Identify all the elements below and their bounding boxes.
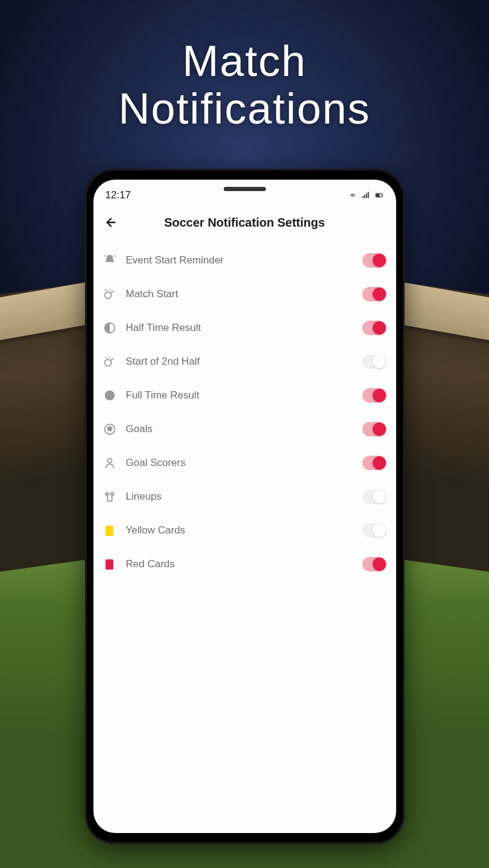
svg-point-11 xyxy=(104,391,115,401)
toggle-knob xyxy=(373,456,386,470)
toggle-knob xyxy=(373,321,386,335)
svg-rect-0 xyxy=(362,196,364,198)
jersey-icon xyxy=(103,490,116,503)
settings-list: Event Start ReminderMatch StartHalf Time… xyxy=(93,244,396,581)
whistle-icon xyxy=(103,288,116,301)
setting-label: Red Cards xyxy=(126,558,353,570)
setting-row-event-start-reminder: Event Start Reminder xyxy=(102,244,388,277)
svg-marker-13 xyxy=(107,426,112,430)
setting-label: Match Start xyxy=(126,288,353,300)
setting-label: Goal Scorers xyxy=(126,457,353,469)
setting-row-full-time-result: Full Time Result xyxy=(102,379,388,412)
statusbar-icons xyxy=(348,191,384,200)
battery-icon xyxy=(374,191,384,200)
toggle-red-cards[interactable] xyxy=(362,557,386,571)
red-card-icon xyxy=(103,558,116,571)
setting-label: Yellow Cards xyxy=(126,524,353,536)
toggle-knob xyxy=(373,389,386,402)
yellow-card-icon xyxy=(103,524,116,537)
svg-rect-3 xyxy=(367,192,368,198)
toggle-knob xyxy=(373,423,386,436)
setting-row-lineups: Lineups xyxy=(102,480,388,514)
appbar-title: Soccer Notification Settings xyxy=(120,216,388,230)
phone-screen: 12:17 Soccer Notification Settings Event… xyxy=(93,180,396,833)
toggle-start-2nd-half[interactable] xyxy=(362,354,386,369)
setting-label: Goals xyxy=(126,423,353,435)
toggle-knob xyxy=(373,288,386,301)
toggle-match-start[interactable] xyxy=(362,287,386,301)
svg-point-14 xyxy=(107,459,112,463)
toggle-half-time-result[interactable] xyxy=(362,321,386,335)
promo-headline-line2: Notifications xyxy=(0,85,489,133)
person-icon xyxy=(103,456,116,470)
soccer-ball-icon xyxy=(103,423,116,436)
toggle-goal-scorers[interactable] xyxy=(362,456,386,470)
arrow-left-icon xyxy=(104,216,118,229)
toggle-knob xyxy=(373,355,386,368)
toggle-lineups[interactable] xyxy=(362,489,386,504)
setting-row-red-cards: Red Cards xyxy=(102,547,388,581)
svg-rect-5 xyxy=(376,194,379,197)
setting-label: Lineups xyxy=(126,491,353,503)
svg-rect-2 xyxy=(366,193,367,198)
toggle-knob xyxy=(373,254,386,267)
appbar: Soccer Notification Settings xyxy=(93,206,396,244)
bell-ring-icon xyxy=(103,254,116,267)
wifi-icon xyxy=(348,191,358,200)
whistle-icon xyxy=(103,355,116,368)
toggle-knob xyxy=(373,490,386,503)
toggle-event-start-reminder[interactable] xyxy=(362,253,386,268)
signal-icon xyxy=(361,191,371,200)
toggle-yellow-cards[interactable] xyxy=(362,523,386,538)
setting-label: Event Start Reminder xyxy=(126,254,353,266)
setting-row-goals: Goals xyxy=(102,412,388,446)
setting-row-start-2nd-half: Start of 2nd Half xyxy=(102,345,388,379)
toggle-full-time-result[interactable] xyxy=(362,388,386,403)
svg-rect-1 xyxy=(364,195,365,198)
setting-label: Half Time Result xyxy=(126,322,353,334)
full-circle-icon xyxy=(103,389,116,402)
setting-row-match-start: Match Start xyxy=(102,277,388,311)
statusbar: 12:17 xyxy=(93,180,396,206)
promo-headline-line1: Match xyxy=(0,37,489,85)
phone-mockup: 12:17 Soccer Notification Settings Event… xyxy=(85,169,405,844)
setting-row-goal-scorers: Goal Scorers xyxy=(102,446,388,480)
toggle-goals[interactable] xyxy=(362,422,386,436)
toggle-knob xyxy=(373,524,386,537)
promo-headline: Match Notifications xyxy=(0,0,489,133)
setting-row-half-time-result: Half Time Result xyxy=(102,311,388,345)
back-button[interactable] xyxy=(102,213,120,231)
setting-row-yellow-cards: Yellow Cards xyxy=(102,514,388,547)
half-circle-icon xyxy=(103,321,116,335)
statusbar-time: 12:17 xyxy=(106,189,131,201)
toggle-knob xyxy=(373,558,386,571)
setting-label: Full Time Result xyxy=(126,389,353,401)
setting-label: Start of 2nd Half xyxy=(126,356,353,368)
